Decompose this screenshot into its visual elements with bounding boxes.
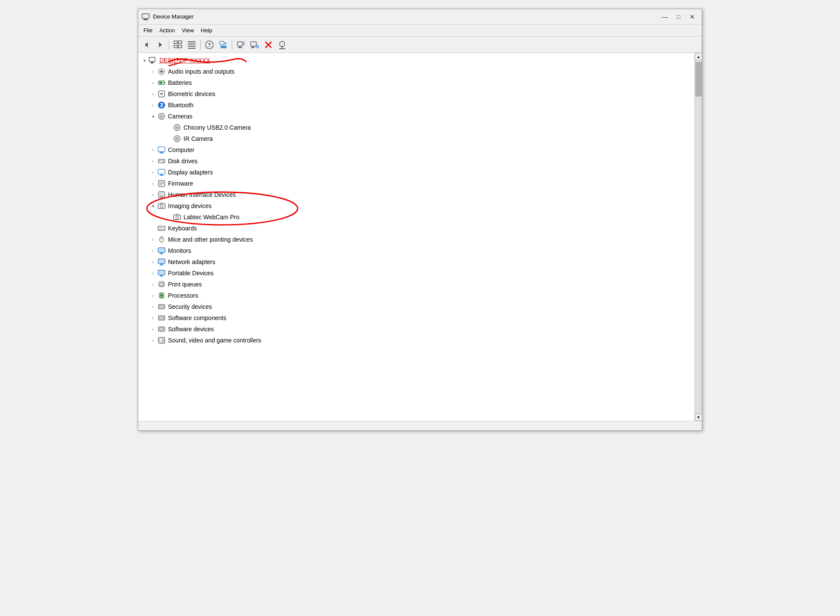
softwaredev-expand-icon[interactable]: › (149, 325, 157, 333)
portable-expand-icon[interactable]: › (149, 269, 157, 277)
mice-expand-icon[interactable]: › (149, 235, 157, 244)
scan-button[interactable] (234, 39, 247, 51)
monitors-expand-icon[interactable]: › (149, 246, 157, 255)
bluetooth-expand-icon[interactable]: › (149, 101, 157, 109)
svg-rect-118 (161, 317, 162, 318)
show-hidden-button[interactable] (185, 39, 198, 51)
hid-expand-icon[interactable]: › (149, 190, 157, 199)
toolbar-separator-1 (169, 40, 169, 50)
network-expand-icon[interactable]: › (149, 258, 157, 266)
tree-item-bluetooth[interactable]: › Bluetooth (138, 100, 694, 111)
audio-label: Audio inputs and outputs (168, 68, 234, 75)
tree-item-processors[interactable]: › Processors (138, 290, 694, 301)
toolbar-separator-2 (200, 40, 201, 50)
svg-point-66 (161, 196, 162, 197)
svg-point-28 (280, 41, 285, 47)
window-controls: — □ ✕ (659, 12, 698, 22)
svg-text:?: ? (208, 42, 211, 48)
root-expand-icon[interactable]: ▾ (140, 56, 149, 65)
title-bar: Device Manager — □ ✕ (138, 9, 702, 25)
tree-item-monitors[interactable]: › Monitors (138, 245, 694, 256)
scrollbar-up-button[interactable]: ▲ (695, 53, 702, 60)
tree-item-audio[interactable]: › Audio inputs and outputs (138, 66, 694, 77)
tree-item-computer[interactable]: › Computer (138, 144, 694, 156)
menu-file[interactable]: File (140, 26, 156, 35)
device-tree[interactable]: ▾ DESKTOP-XXXXX › (138, 53, 694, 421)
cameras-expand-icon[interactable]: ▾ (149, 112, 157, 121)
tree-item-portable[interactable]: › Portable Devices (138, 268, 694, 279)
monitors-label: Monitors (168, 247, 191, 254)
menu-action[interactable]: Action (156, 26, 178, 35)
batteries-icon (157, 78, 166, 87)
tree-item-display[interactable]: › Display adapters (138, 167, 694, 178)
menu-help[interactable]: Help (197, 26, 216, 35)
svg-rect-62 (159, 184, 162, 185)
softwaredev-label: Software devices (168, 326, 214, 333)
tree-item-print[interactable]: › Print queues (138, 279, 694, 290)
print-expand-icon[interactable]: › (149, 280, 157, 289)
biometric-label: Biometric devices (168, 90, 215, 97)
tree-item-firmware[interactable]: › Firmware (138, 178, 694, 189)
tree-root-item[interactable]: ▾ DESKTOP-XXXXX (138, 55, 694, 66)
tree-item-biometric[interactable]: › Biometric devices (138, 88, 694, 100)
batteries-expand-icon[interactable]: › (149, 78, 157, 87)
properties-button[interactable]: ? (203, 39, 216, 51)
tree-item-imaging[interactable]: ▾ Imaging devices (138, 200, 694, 212)
security-icon (157, 302, 166, 311)
processors-expand-icon[interactable]: › (149, 291, 157, 300)
tree-item-camera2[interactable]: › IR Camera (138, 133, 694, 144)
close-button[interactable]: ✕ (686, 12, 698, 22)
tree-item-disk[interactable]: › Disk drives (138, 156, 694, 167)
tree-item-mice[interactable]: › Mice and other pointing devices (138, 234, 694, 245)
disk-expand-icon[interactable]: › (149, 157, 157, 165)
menu-view[interactable]: View (178, 26, 197, 35)
display-expand-icon[interactable]: › (149, 168, 157, 177)
display-label: Display adapters (168, 169, 213, 176)
camera1-label: Chicony USB2.0 Camera (184, 124, 251, 131)
tree-item-softwarecomp[interactable]: › Software components (138, 312, 694, 324)
tree-item-hid[interactable]: › Human Interface Devices (138, 189, 694, 200)
download-driver-button[interactable] (276, 39, 289, 51)
mice-icon (157, 235, 166, 244)
svg-point-67 (162, 196, 164, 197)
scrollbar-track[interactable] (695, 60, 702, 414)
tree-item-security[interactable]: › Security devices (138, 301, 694, 312)
scrollbar-down-button[interactable]: ▼ (695, 414, 702, 421)
show-all-button[interactable] (171, 39, 184, 51)
svg-point-49 (177, 138, 178, 140)
uninstall-button[interactable] (262, 39, 275, 51)
tree-item-batteries[interactable]: › Batteries (138, 77, 694, 88)
computer-icon (157, 146, 166, 154)
camera1-icon (173, 123, 181, 132)
svg-point-46 (177, 127, 178, 128)
svg-point-65 (160, 196, 161, 197)
svg-rect-76 (159, 227, 160, 228)
back-button[interactable] (140, 39, 153, 51)
biometric-expand-icon[interactable]: › (149, 90, 157, 98)
forward-button[interactable] (154, 39, 167, 51)
maximize-button[interactable]: □ (672, 12, 684, 22)
computer-expand-icon[interactable]: › (149, 146, 157, 154)
tree-item-keyboards[interactable]: › Keyboards (138, 223, 694, 234)
update-driver-button[interactable] (217, 39, 230, 51)
vertical-scrollbar[interactable]: ▲ ▼ (694, 53, 702, 421)
tree-item-sound[interactable]: › Sound, video and game controllers (138, 335, 694, 346)
sound-expand-icon[interactable]: › (149, 336, 157, 345)
softwarecomp-expand-icon[interactable]: › (149, 314, 157, 322)
add-hardware-button[interactable]: + (248, 39, 261, 51)
security-expand-icon[interactable]: › (149, 302, 157, 311)
svg-rect-55 (159, 160, 162, 161)
svg-rect-32 (151, 62, 153, 63)
tree-item-softwaredev[interactable]: › Software devices (138, 324, 694, 335)
imaging-expand-icon[interactable]: ▾ (149, 202, 157, 210)
tree-item-network[interactable]: › Network adapters (138, 256, 694, 268)
scrollbar-thumb[interactable] (695, 62, 702, 96)
firmware-expand-icon[interactable]: › (149, 179, 157, 188)
minimize-button[interactable]: — (659, 12, 671, 22)
svg-rect-77 (160, 227, 161, 228)
tree-item-camera1[interactable]: › Chicony USB2.0 Camera (138, 122, 694, 133)
audio-expand-icon[interactable]: › (149, 67, 157, 76)
tree-item-webcam[interactable]: › Labtec WebCam Pro (138, 212, 694, 223)
tree-item-cameras[interactable]: ▾ Cameras (138, 111, 694, 122)
svg-rect-112 (160, 306, 161, 307)
